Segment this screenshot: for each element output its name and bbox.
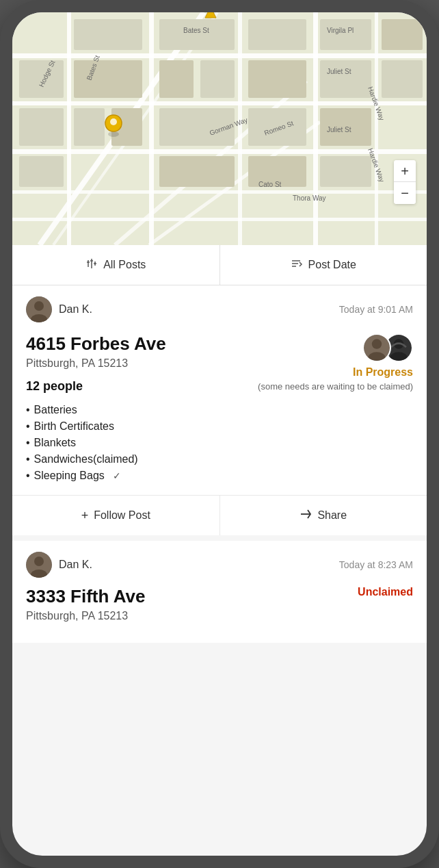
map-zoom-controls: + − [394,160,416,204]
post-card-2: Dan K. Today at 8:23 AM 3333 Fifth Ave P… [12,541,427,643]
follow-post-label: Follow Post [94,509,150,522]
chevron-down-icon: ✓ [113,470,121,481]
svg-text:Virgila Pl: Virgila Pl [327,27,354,34]
svg-rect-5 [12,218,427,221]
all-posts-label: All Posts [103,259,146,271]
post-status-area-1: In Progress (some needs are waiting to b… [258,333,413,392]
svg-rect-27 [248,19,306,50]
post-address-1: 4615 Forbes Ave Pittsburgh, PA 15213 12 … [26,333,258,484]
svg-rect-23 [159,60,194,98]
plus-icon: + [81,509,89,523]
author-avatar-1 [26,296,52,322]
post-time-1: Today at 9:01 AM [339,304,413,315]
author-avatar-2 [26,552,52,578]
svg-rect-26 [159,156,235,187]
post-author-1: Dan K. [26,296,92,322]
map-section: Hodge St Bates St Bates St Gorman Way Ro… [12,12,427,245]
address-main-2: 3333 Fifth Ave [26,586,324,607]
svg-rect-6 [67,12,71,245]
address-sub-2: Pittsburgh, PA 15213 [26,610,324,622]
need-item-sandwiches: Sandwiches(claimed) [26,451,258,468]
need-item-sleeping-bags: Sleeping Bags ✓ [26,468,258,484]
post-date-filter[interactable]: Post Date [220,245,427,285]
svg-rect-19 [74,60,142,98]
svg-point-62 [34,301,44,311]
share-button[interactable]: Share [220,496,427,535]
svg-point-51 [110,118,117,125]
all-posts-filter[interactable]: All Posts [12,245,220,285]
post-actions-1: + Follow Post Share [12,495,427,535]
svg-text:Juliet St: Juliet St [327,126,351,133]
svg-rect-34 [320,156,371,187]
post-header-1: Dan K. Today at 9:01 AM [12,285,427,328]
svg-rect-35 [382,19,423,50]
svg-point-72 [34,557,44,566]
post-body-1: 4615 Forbes Ave Pittsburgh, PA 15213 12 … [12,328,427,495]
svg-rect-22 [159,19,235,50]
svg-text:Bates St: Bates St [183,27,209,34]
svg-rect-10 [375,12,378,245]
svg-rect-16 [19,108,64,146]
share-label: Share [317,509,347,522]
filter-icon [85,257,98,272]
svg-rect-18 [74,19,142,50]
post-author-2: Dan K. [26,552,92,578]
svg-text:Juliet St: Juliet St [327,68,351,75]
follow-post-button[interactable]: + Follow Post [12,496,220,535]
post-body-2: 3333 Fifth Ave Pittsburgh, PA 15213 Uncl… [12,583,427,643]
svg-rect-31 [320,19,371,50]
svg-rect-36 [382,60,423,98]
filter-bar: All Posts Post Date [12,245,427,285]
people-count-1: 12 people [26,379,258,394]
needs-list-1: Batteries Birth Certificates Blankets Sa… [26,402,258,484]
need-item-birth-cert: Birth Certificates [26,418,258,435]
svg-rect-1 [12,53,427,58]
address-main-1: 4615 Forbes Ave [26,333,258,355]
svg-rect-9 [313,12,318,245]
svg-point-50 [108,131,119,137]
svg-rect-24 [200,60,235,98]
phone-screen: Hodge St Bates St Bates St Gorman Way Ro… [12,12,427,856]
post-address-2: 3333 Fifth Ave Pittsburgh, PA 15213 [26,586,324,632]
status-label-1: In Progress [353,366,413,379]
volunteer-avatars-1 [362,333,413,362]
status-note-1: (some needs are waiting to be claimed) [258,381,413,392]
svg-rect-2 [12,101,427,105]
post-status-area-2: Unclaimed [324,586,413,598]
status-label-2: Unclaimed [358,586,413,598]
phone-frame: Hodge St Bates St Bates St Gorman Way Ro… [0,0,439,868]
svg-text:Cato St: Cato St [258,181,282,188]
post-date-label: Post Date [308,259,356,271]
author-name-1: Dan K. [59,303,92,316]
zoom-out-button[interactable]: − [394,182,416,204]
svg-rect-32 [320,60,371,98]
svg-point-65 [372,339,382,348]
sort-icon [291,257,303,272]
share-icon [300,508,312,523]
post-header-2: Dan K. Today at 8:23 AM [12,541,427,583]
zoom-in-button[interactable]: + [394,160,416,182]
need-item-batteries: Batteries [26,402,258,418]
post-time-2: Today at 8:23 AM [339,559,413,570]
post-card-1: Dan K. Today at 9:01 AM 4615 Forbes Ave … [12,285,427,535]
svg-rect-20 [74,108,105,146]
svg-text:Thora Way: Thora Way [293,194,326,202]
svg-rect-17 [19,156,64,187]
svg-rect-8 [238,12,242,245]
need-item-blankets: Blankets [26,435,258,451]
volunteer-avatar-male [362,333,391,362]
svg-rect-28 [248,60,306,98]
address-sub-1: Pittsburgh, PA 15213 [26,357,258,370]
author-name-2: Dan K. [59,559,92,571]
